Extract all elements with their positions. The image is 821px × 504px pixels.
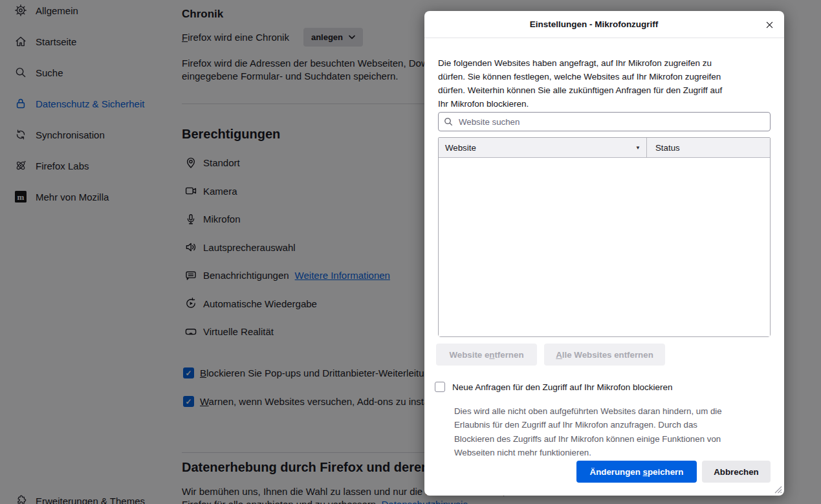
column-header-website[interactable]: Website ▼ [439, 138, 647, 157]
sort-descending-icon: ▼ [635, 145, 640, 151]
block-new-requests-checkbox[interactable] [435, 382, 445, 392]
close-icon [765, 20, 774, 30]
website-search-input[interactable] [438, 112, 771, 131]
column-label: Status [655, 143, 680, 153]
dialog-header: Einstellungen - Mikrofonzugriff [424, 11, 784, 38]
remove-website-button[interactable]: Website entfernen [436, 344, 537, 366]
column-header-status[interactable]: Status [647, 138, 770, 157]
save-changes-button[interactable]: Änderungen speichern [576, 461, 697, 483]
block-new-requests-row: Neue Anfragen für den Zugriff auf Ihr Mi… [435, 382, 672, 392]
websites-table-body-empty[interactable] [439, 158, 770, 336]
remove-all-websites-button[interactable]: Alle Websites entfernen [544, 344, 665, 366]
list-action-buttons: Website entfernen Alle Websites entferne… [436, 344, 665, 366]
dialog-intro-text: Die folgenden Websites haben angefragt, … [438, 56, 772, 111]
search-icon [444, 117, 453, 126]
column-label: Website [445, 143, 476, 153]
websites-table-header: Website ▼ Status [439, 138, 770, 158]
resize-grip[interactable] [774, 485, 782, 494]
firefox-settings-page: Allgemein Startseite Suche Datenschutz &… [0, 0, 821, 504]
block-requests-note: Dies wird alle nicht oben aufgeführten W… [454, 404, 765, 459]
cancel-button[interactable]: Abbrechen [702, 461, 771, 483]
close-button[interactable] [761, 17, 777, 32]
websites-table: Website ▼ Status [438, 137, 771, 337]
dialog-title: Einstellungen - Mikrofonzugriff [530, 19, 659, 29]
website-search [438, 112, 771, 131]
block-new-requests-label: Neue Anfragen für den Zugriff auf Ihr Mi… [452, 382, 672, 392]
microphone-permissions-dialog: Einstellungen - Mikrofonzugriff Die folg… [424, 11, 784, 496]
